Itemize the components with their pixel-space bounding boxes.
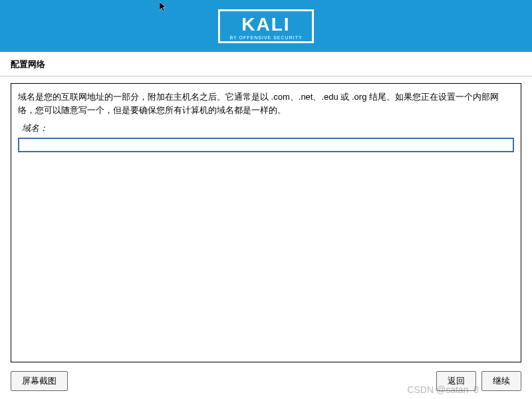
domain-input[interactable]: [18, 138, 514, 152]
kali-logo: KALI BY OFFENSIVE SECURITY: [218, 9, 313, 43]
bottom-toolbar: 屏幕截图 返回 继续: [0, 371, 532, 391]
header-banner: KALI BY OFFENSIVE SECURITY: [0, 0, 532, 52]
logo-subtitle: BY OFFENSIVE SECURITY: [229, 35, 302, 40]
nav-button-group: 返回 继续: [436, 371, 521, 391]
page-title: 配置网络: [11, 59, 521, 70]
page-title-bar: 配置网络: [0, 52, 532, 76]
domain-field-label: 域名：: [22, 122, 514, 135]
domain-description: 域名是您的互联网地址的一部分，附加在主机名之后。它通常是以 .com、.net、…: [18, 90, 514, 116]
continue-button[interactable]: 继续: [481, 371, 521, 391]
back-button[interactable]: 返回: [436, 371, 476, 391]
main-content: 域名是您的互联网地址的一部分，附加在主机名之后。它通常是以 .com、.net、…: [11, 83, 521, 362]
logo-main-text: KALI: [241, 15, 290, 34]
cursor-icon: [160, 2, 168, 13]
screenshot-button[interactable]: 屏幕截图: [11, 371, 68, 391]
